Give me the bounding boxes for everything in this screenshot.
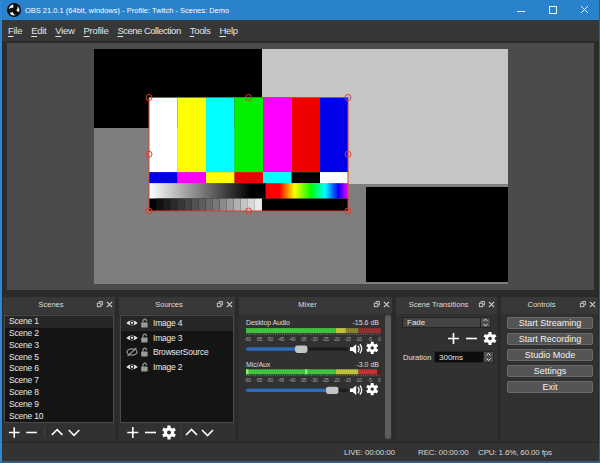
svg-text:-40: -40 (289, 377, 296, 383)
svg-text:-15: -15 (344, 336, 351, 342)
svg-text:-5: -5 (368, 377, 372, 383)
svg-text:-5: -5 (368, 336, 372, 342)
svg-text:-50: -50 (267, 336, 274, 342)
svg-text:Mic/Aux: Mic/Aux (246, 361, 271, 368)
svg-text:-15: -15 (344, 377, 351, 383)
svg-text:-45: -45 (278, 336, 285, 342)
svg-text:-45: -45 (278, 377, 285, 383)
svg-text:-30: -30 (311, 336, 318, 342)
svg-text:-35: -35 (300, 336, 307, 342)
svg-text:-40: -40 (289, 336, 296, 342)
svg-text:0: 0 (378, 377, 381, 383)
svg-text:-55: -55 (256, 336, 263, 342)
svg-text:-30: -30 (311, 377, 318, 383)
svg-text:-3.0 dB: -3.0 dB (356, 361, 379, 368)
svg-text:-10: -10 (355, 336, 362, 342)
svg-text:-20: -20 (333, 377, 340, 383)
svg-text:-60: -60 (244, 377, 251, 383)
svg-text:-25: -25 (322, 377, 329, 383)
svg-text:-50: -50 (267, 377, 274, 383)
svg-text:-55: -55 (256, 377, 263, 383)
svg-text:0: 0 (378, 336, 381, 342)
svg-text:-10: -10 (355, 377, 362, 383)
svg-text:-60: -60 (244, 336, 251, 342)
svg-text:-15.6 dB: -15.6 dB (353, 319, 380, 326)
svg-text:-35: -35 (300, 377, 307, 383)
svg-text:-25: -25 (322, 336, 329, 342)
svg-text:-20: -20 (333, 336, 340, 342)
svg-text:Desktop Audio: Desktop Audio (246, 319, 290, 327)
